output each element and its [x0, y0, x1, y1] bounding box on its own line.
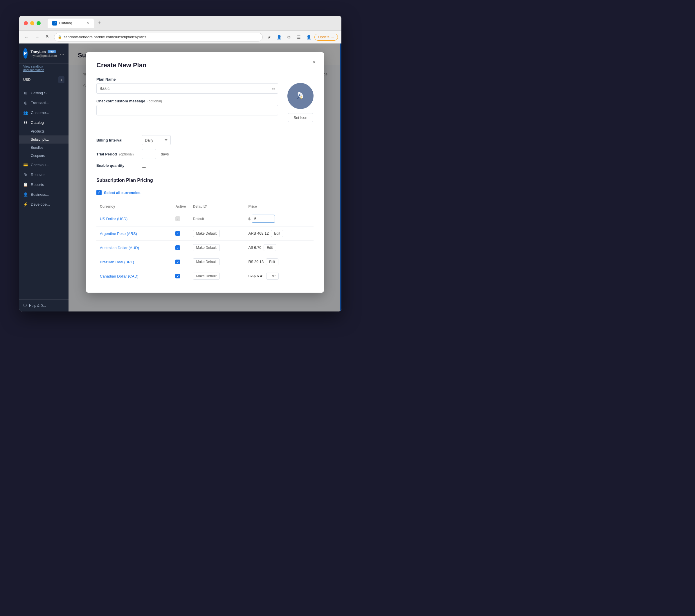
reports-icon: 📋	[23, 182, 28, 187]
edit-button-aud[interactable]: Edit	[264, 244, 276, 251]
enable-quantity-label: Enable quantity	[96, 163, 137, 168]
plan-name-label: Plan Name	[96, 77, 278, 82]
active-checkbox-aud[interactable]	[175, 245, 180, 250]
edit-button-brl[interactable]: Edit	[266, 259, 278, 265]
sidebar-item-business[interactable]: 👤 Business...	[19, 189, 68, 199]
sidebar-item-checkout[interactable]: 💳 Checkou...	[19, 160, 68, 170]
billing-interval-select[interactable]: Daily Weekly Monthly Annually	[142, 135, 171, 145]
sidebar-item-catalog[interactable]: ☷ Catalog	[19, 118, 68, 127]
table-row: Australian Dollar (AUD) Make Default A$ …	[96, 241, 313, 255]
new-tab-button[interactable]: +	[95, 20, 103, 27]
history-button[interactable]: ☰	[295, 33, 303, 41]
trial-period-row: Trial Period (optional) days	[96, 149, 313, 159]
user-name: TonyLea Test	[31, 50, 57, 54]
back-button[interactable]: ←	[23, 33, 31, 41]
sidebar-collapse-button[interactable]: ‹	[58, 76, 65, 83]
create-plan-modal: × Create New Plan Plan Name ☷	[86, 52, 324, 293]
update-chevron-icon: ⋯	[330, 35, 334, 39]
select-all-label[interactable]: Select all currencies	[104, 191, 140, 195]
business-icon: 👤	[23, 192, 28, 197]
sidebar-nav: ⊞ Getting S... ◎ Transacti... 👥 Custome.…	[19, 86, 68, 299]
recover-icon: ↻	[23, 172, 28, 177]
edit-button-ars[interactable]: Edit	[271, 230, 283, 237]
icon-area: Set Icon	[287, 77, 313, 122]
extensions-button[interactable]: ⚙	[285, 33, 293, 41]
divider-2	[96, 172, 313, 172]
plan-name-group: Plan Name ☷	[96, 77, 278, 94]
currency-label: USD	[23, 78, 31, 82]
currency-table: Currency Active Default? Price US Dollar…	[96, 202, 313, 283]
sidebar-item-transactions[interactable]: ◎ Transacti...	[19, 98, 68, 108]
avatar: P	[23, 48, 28, 58]
sidebar-item-label: Transacti...	[31, 101, 49, 105]
sidebar-sub-subscriptions[interactable]: Subscripti...	[19, 136, 68, 144]
plan-name-input-wrapper: ☷	[96, 83, 278, 94]
make-default-button-ars[interactable]: Make Default	[193, 230, 220, 237]
plan-icon-circle	[287, 83, 313, 109]
active-checkbox-brl[interactable]	[175, 260, 180, 264]
close-tab-button[interactable]: ×	[87, 21, 89, 25]
table-row: Argentine Peso (ARS) Make Default ARS 46…	[96, 227, 313, 241]
tab-favicon: P	[52, 21, 57, 25]
make-default-button-brl[interactable]: Make Default	[193, 259, 220, 265]
update-button[interactable]: Update ⋯	[315, 34, 338, 41]
sidebar-footer: ⓘ Help & D...	[19, 299, 68, 312]
sidebar-item-developer[interactable]: ⚡ Develope...	[19, 199, 68, 209]
sidebar: P TonyLea Test tnylea@gmail.com … View s…	[19, 43, 68, 312]
enable-quantity-checkbox[interactable]	[142, 163, 146, 168]
sidebar-item-customers[interactable]: 👥 Custome...	[19, 108, 68, 118]
reload-button[interactable]: ↻	[44, 33, 52, 41]
modal-close-button[interactable]: ×	[310, 58, 318, 66]
browser-tabs: P Catalog × +	[48, 19, 103, 28]
more-options-button[interactable]: …	[60, 51, 65, 56]
forward-button[interactable]: →	[33, 33, 41, 41]
avatar-button[interactable]: 👤	[305, 33, 313, 41]
active-checkbox-ars[interactable]	[175, 231, 180, 236]
sidebar-item-reports[interactable]: 📋 Reports	[19, 179, 68, 189]
main-content: Subscription Plans Name Price You have n…	[68, 43, 341, 312]
col-header-active: Active	[172, 202, 189, 211]
address-bar[interactable]: 🔒 sandbox-vendors.paddle.com/subscriptio…	[54, 33, 263, 41]
modal-title: Create New Plan	[96, 61, 313, 69]
sidebar-item-getting-started[interactable]: ⊞ Getting S...	[19, 88, 68, 98]
price-display-aud: A$ 6.70	[249, 245, 261, 250]
browser-toolbar: ← → ↻ 🔒 sandbox-vendors.paddle.com/subsc…	[19, 31, 341, 43]
active-tab[interactable]: P Catalog ×	[48, 19, 94, 28]
transactions-icon: ◎	[23, 100, 28, 105]
sidebar-sub-bundles[interactable]: Bundles	[19, 144, 68, 152]
modal-overlay: × Create New Plan Plan Name ☷	[68, 43, 341, 312]
make-default-button-aud[interactable]: Make Default	[193, 244, 220, 251]
sidebar-item-recover[interactable]: ↻ Recover	[19, 170, 68, 179]
input-grid-icon: ☷	[271, 86, 275, 91]
trial-period-input[interactable]	[142, 149, 156, 159]
price-display-cad: CA$ 6.41	[249, 274, 264, 278]
help-link[interactable]: ⓘ Help & D...	[23, 303, 65, 308]
select-all-checkbox[interactable]	[96, 190, 102, 195]
browser-titlebar: P Catalog × +	[19, 16, 341, 31]
sandbox-docs-link[interactable]: View sandbox documentation	[19, 64, 68, 74]
sidebar-item-label: Catalog	[31, 120, 44, 125]
sidebar-item-label: Recover	[31, 173, 45, 177]
maximize-window-button[interactable]	[37, 21, 41, 25]
plan-name-input[interactable]	[96, 83, 278, 94]
developer-icon: ⚡	[23, 202, 28, 207]
price-input-usd[interactable]	[252, 215, 275, 223]
checkout-message-input[interactable]	[96, 105, 278, 116]
tab-title: Catalog	[59, 21, 72, 25]
make-default-button-cad[interactable]: Make Default	[193, 272, 220, 280]
bookmark-button[interactable]: ★	[265, 33, 273, 41]
rocket-icon	[293, 89, 308, 103]
sidebar-sub-products[interactable]: Products	[19, 127, 68, 136]
edit-button-cad[interactable]: Edit	[266, 272, 279, 280]
set-icon-button[interactable]: Set Icon	[288, 113, 313, 122]
sidebar-sub-coupons[interactable]: Coupons	[19, 152, 68, 160]
profile-button[interactable]: 👤	[275, 33, 283, 41]
active-checkbox-cad[interactable]	[175, 274, 180, 278]
minimize-window-button[interactable]	[30, 21, 34, 25]
sidebar-item-label: Business...	[31, 192, 49, 197]
help-icon: ⓘ	[23, 303, 27, 308]
close-window-button[interactable]	[24, 21, 28, 25]
toolbar-actions: ★ 👤 ⚙ ☰ 👤 Update ⋯	[265, 33, 338, 41]
checkout-message-group: Checkout custom message (optional)	[96, 99, 278, 116]
user-email: tnylea@gmail.com	[31, 54, 57, 57]
